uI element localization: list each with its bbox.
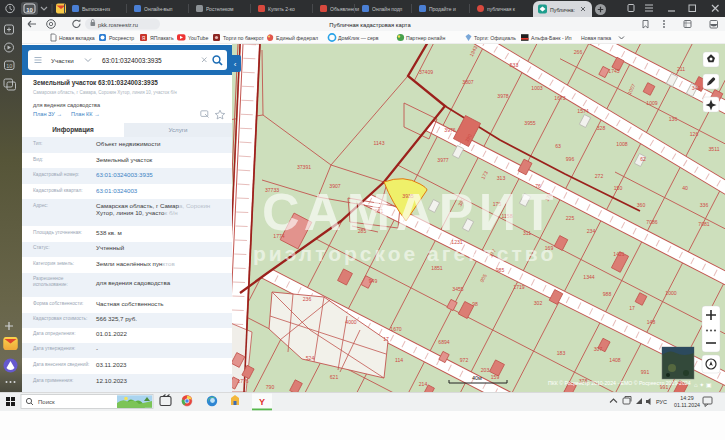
svg-text:996: 996: [566, 156, 575, 162]
svg-text:236: 236: [303, 296, 312, 302]
svg-text:1851: 1851: [431, 265, 442, 271]
svg-text:1143: 1143: [374, 140, 385, 146]
svg-text:234: 234: [587, 228, 596, 234]
svg-text:533: 533: [510, 62, 519, 68]
svg-text:Я: Я: [142, 36, 145, 41]
svg-text:3807: 3807: [462, 79, 473, 85]
svg-text:Новая папка: Новая папка: [581, 35, 611, 41]
svg-text:Росреестр: Росреестр: [109, 35, 134, 41]
svg-text:1670: 1670: [390, 326, 401, 332]
svg-text:3977: 3977: [437, 157, 448, 163]
svg-text:7086: 7086: [646, 219, 657, 225]
svg-text:63:01:0324003:3935: 63:01:0324003:3935: [102, 57, 162, 64]
svg-text:37391: 37391: [297, 164, 311, 170]
svg-text:САМАРИТ: САМАРИТ: [262, 183, 559, 241]
svg-text:159: 159: [491, 374, 500, 380]
svg-text:ДомКлик — серв: ДомКлик — серв: [338, 35, 379, 41]
svg-text:3455: 3455: [452, 286, 463, 292]
svg-text:40: 40: [682, 185, 688, 191]
svg-text:17: 17: [383, 336, 389, 342]
svg-text:1344: 1344: [583, 274, 594, 280]
svg-text:Торги по банкрот: Торги по банкрот: [223, 35, 264, 41]
svg-text:10: 10: [6, 63, 12, 69]
svg-text:40м: 40м: [472, 375, 482, 381]
svg-text:148: 148: [647, 319, 656, 325]
svg-text:17: 17: [629, 305, 635, 311]
svg-text:307: 307: [594, 346, 603, 352]
svg-text:1009: 1009: [646, 100, 657, 106]
svg-text:621: 621: [330, 374, 339, 380]
svg-text:114: 114: [395, 357, 403, 363]
svg-text:Y: Y: [259, 397, 265, 407]
svg-text:6894: 6894: [438, 339, 449, 345]
svg-text:3976: 3976: [444, 127, 455, 133]
svg-text:01.11.2024: 01.11.2024: [674, 402, 700, 408]
svg-text:1008: 1008: [616, 141, 627, 147]
svg-text:126: 126: [690, 131, 699, 137]
svg-text:3978: 3978: [497, 93, 508, 99]
svg-text:313: 313: [497, 175, 506, 181]
svg-text:1745: 1745: [608, 68, 619, 74]
svg-text:203: 203: [481, 367, 490, 373]
svg-text:183: 183: [557, 350, 566, 356]
svg-text:37409: 37409: [419, 69, 433, 75]
svg-text:3955: 3955: [524, 120, 535, 126]
svg-text:991: 991: [641, 369, 650, 375]
svg-text:1574: 1574: [577, 108, 588, 114]
svg-text:328: 328: [597, 125, 606, 131]
svg-text:7081: 7081: [698, 221, 709, 227]
svg-text:1776: 1776: [237, 378, 248, 384]
svg-text:272: 272: [595, 173, 604, 179]
svg-text:pkk.rosreestr.ru: pkk.rosreestr.ru: [98, 22, 138, 28]
svg-text:1421: 1421: [613, 251, 624, 257]
svg-text:1719: 1719: [513, 284, 524, 290]
svg-text:Публична:: Публична:: [550, 7, 575, 13]
svg-text:РУС: РУС: [656, 399, 667, 405]
svg-text:360: 360: [637, 202, 646, 208]
svg-text:302: 302: [534, 300, 543, 306]
svg-text:Публичная кадастровая карта: Публичная кадастровая карта: [329, 22, 411, 28]
svg-text:949: 949: [369, 278, 378, 284]
svg-text:Единый федерал: Единый федерал: [276, 35, 318, 41]
svg-text:214: 214: [419, 381, 428, 387]
svg-text:985: 985: [496, 267, 505, 273]
svg-text:Торги: Официаль: Торги: Официаль: [474, 35, 516, 41]
svg-text:225: 225: [566, 215, 575, 221]
svg-text:YouTube: YouTube: [188, 35, 208, 41]
svg-text:150: 150: [614, 185, 623, 191]
svg-text:988: 988: [603, 291, 612, 297]
svg-text:1673: 1673: [554, 95, 565, 101]
svg-text:ПКК © Росреестр 2010-2024 - ЕМ: ПКК © Росреестр 2010-2024 - ЕМО © Росрее…: [548, 380, 691, 386]
svg-text:336: 336: [700, 202, 709, 208]
svg-text:‹: ‹: [234, 60, 237, 69]
svg-text:Участки: Участки: [51, 57, 74, 64]
svg-text:211: 211: [677, 66, 685, 72]
svg-text:Новая вкладка: Новая вкладка: [59, 35, 95, 41]
svg-text:⌂ ✦ ▣: ⌂ ✦ ▣: [694, 382, 712, 388]
svg-text:Альфа-Банк - Ип: Альфа-Банк - Ип: [531, 35, 572, 41]
svg-text:98: 98: [472, 301, 478, 307]
svg-text:1408: 1408: [609, 357, 620, 363]
svg-text:4000: 4000: [345, 319, 356, 325]
svg-text:риэлторское агентство: риэлторское агентство: [253, 242, 556, 265]
svg-text:790: 790: [266, 384, 275, 390]
svg-text:136: 136: [669, 116, 678, 122]
svg-text:972: 972: [460, 357, 469, 363]
svg-text:14:29: 14:29: [680, 395, 693, 401]
svg-text:524: 524: [306, 355, 315, 361]
svg-text:Поиск: Поиск: [38, 399, 55, 405]
svg-text:Партнер онлайн: Партнер онлайн: [406, 35, 445, 41]
svg-text:63: 63: [555, 143, 561, 149]
svg-text:62: 62: [640, 156, 646, 162]
svg-text:ЯПлакать: ЯПлакать: [150, 35, 174, 41]
svg-text:1000: 1000: [665, 290, 676, 296]
svg-text:1003: 1003: [531, 85, 542, 91]
svg-text:349: 349: [692, 85, 701, 91]
svg-text:266: 266: [574, 49, 583, 55]
svg-text:3511: 3511: [709, 146, 720, 152]
